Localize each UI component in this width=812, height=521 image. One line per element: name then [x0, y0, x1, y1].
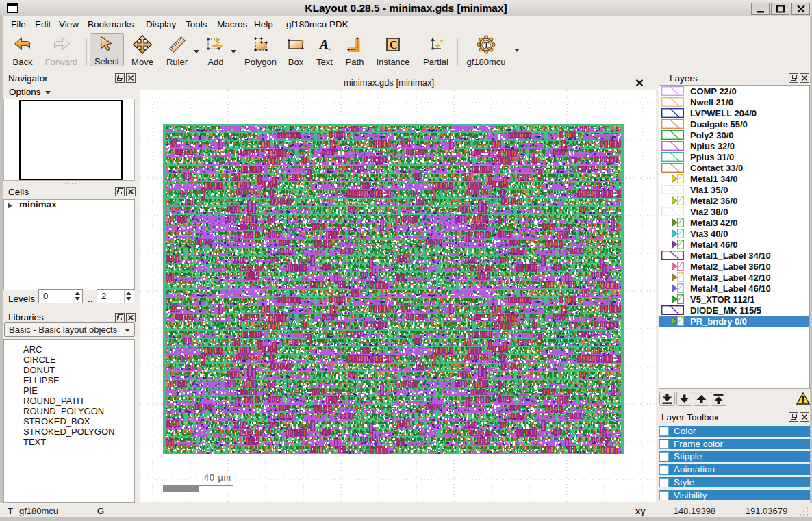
svg-text:A: A: [319, 37, 329, 51]
svg-text:C: C: [390, 39, 398, 51]
svg-text:T: T: [484, 40, 490, 50]
